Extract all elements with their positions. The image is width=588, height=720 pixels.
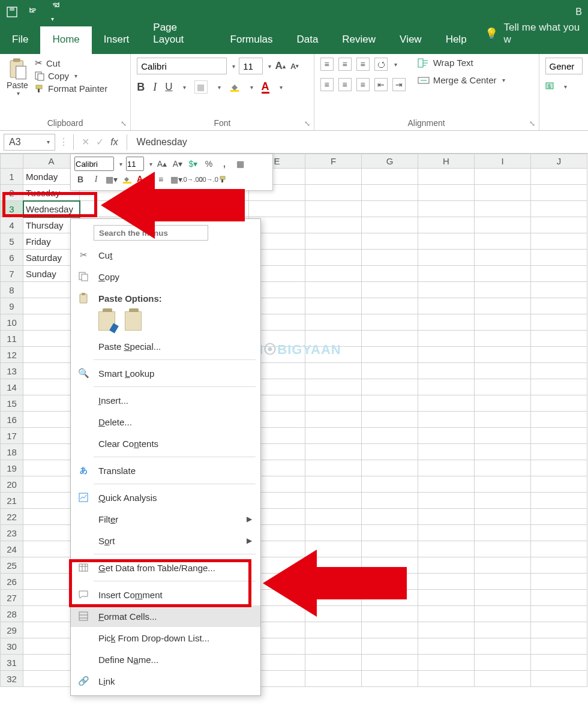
percent-icon[interactable]: % xyxy=(203,158,215,170)
row-header[interactable]: 2 xyxy=(1,185,23,201)
cell[interactable] xyxy=(305,169,362,185)
cell[interactable] xyxy=(418,493,475,509)
cell[interactable] xyxy=(531,233,587,250)
indent-dec-icon[interactable]: ⇤ xyxy=(374,78,388,91)
cell[interactable] xyxy=(531,266,587,282)
row-header[interactable]: 6 xyxy=(1,250,23,266)
tab-formulas[interactable]: Formulas xyxy=(218,26,285,54)
cell[interactable] xyxy=(418,671,475,687)
tab-insert[interactable]: Insert xyxy=(92,26,142,54)
column-header[interactable]: J xyxy=(531,154,587,169)
cell[interactable] xyxy=(418,379,475,395)
cut-button[interactable]: ✂Cut xyxy=(35,58,107,68)
cell[interactable] xyxy=(475,347,531,363)
ctx-filter[interactable]: Filter▶ xyxy=(71,508,260,530)
cell[interactable] xyxy=(531,525,587,541)
cell[interactable] xyxy=(362,395,418,412)
tab-home[interactable]: Home xyxy=(40,26,91,54)
row-header[interactable]: 16 xyxy=(1,412,23,428)
ctx-insert-comment[interactable]: Insert Comment xyxy=(71,584,260,605)
cell[interactable] xyxy=(305,509,362,525)
cell[interactable] xyxy=(305,379,362,395)
cell[interactable] xyxy=(362,444,418,460)
cell[interactable] xyxy=(475,298,531,314)
launcher-icon[interactable]: ⤡ xyxy=(304,119,310,128)
cell[interactable] xyxy=(362,525,418,541)
cell[interactable] xyxy=(531,412,587,428)
cell[interactable] xyxy=(418,525,475,541)
cell[interactable] xyxy=(531,282,587,298)
cell[interactable] xyxy=(305,282,362,298)
row-header[interactable]: 5 xyxy=(1,233,23,250)
tab-page-layout[interactable]: Page Layout xyxy=(141,14,218,54)
merge-icon[interactable]: ▦ xyxy=(234,158,246,170)
row-header[interactable]: 27 xyxy=(1,590,23,606)
column-header[interactable]: H xyxy=(418,154,475,169)
cell[interactable] xyxy=(475,444,531,460)
cell[interactable] xyxy=(305,185,362,201)
ctx-paste-special[interactable]: Paste Special... xyxy=(71,335,260,357)
row-header[interactable]: 14 xyxy=(1,379,23,395)
cell[interactable] xyxy=(362,185,418,201)
ctx-define-name[interactable]: Define Name... xyxy=(71,649,260,670)
row-header[interactable]: 31 xyxy=(1,655,23,671)
row-header[interactable]: 23 xyxy=(1,525,23,541)
mini-font-size[interactable] xyxy=(126,157,144,171)
cell[interactable] xyxy=(305,314,362,331)
row-header[interactable]: 7 xyxy=(1,266,23,282)
row-header[interactable]: 26 xyxy=(1,574,23,590)
comma-icon[interactable]: , xyxy=(218,158,230,170)
cell[interactable] xyxy=(362,671,418,687)
enter-icon[interactable]: ✓ xyxy=(93,136,107,148)
indent-inc-icon[interactable]: ⇥ xyxy=(392,78,406,91)
cell[interactable] xyxy=(418,590,475,606)
cell[interactable] xyxy=(475,460,531,476)
ctx-link[interactable]: 🔗Link xyxy=(71,670,260,692)
cell[interactable] xyxy=(475,606,531,622)
cell[interactable] xyxy=(362,266,418,282)
cell[interactable] xyxy=(362,314,418,331)
cell[interactable] xyxy=(418,217,475,233)
cell[interactable] xyxy=(418,622,475,638)
cell[interactable] xyxy=(418,250,475,266)
font-color-button[interactable]: A xyxy=(262,81,269,94)
cell[interactable] xyxy=(305,671,362,687)
cell[interactable] xyxy=(475,655,531,671)
align-bottom-icon[interactable]: ≡ xyxy=(356,58,370,71)
cell[interactable] xyxy=(362,201,418,217)
row-header[interactable]: 17 xyxy=(1,428,23,444)
cell[interactable] xyxy=(531,671,587,687)
cell[interactable] xyxy=(531,574,587,590)
shrink-font-icon[interactable]: A▾ xyxy=(289,61,300,71)
cell[interactable] xyxy=(475,525,531,541)
cell[interactable] xyxy=(418,444,475,460)
formula-value[interactable]: Wednesday xyxy=(132,137,187,148)
tab-help[interactable]: Help xyxy=(434,26,479,54)
cell[interactable] xyxy=(418,557,475,574)
cell[interactable] xyxy=(475,250,531,266)
cell[interactable] xyxy=(531,428,587,444)
cell[interactable] xyxy=(531,638,587,655)
cancel-icon[interactable]: ✕ xyxy=(79,136,93,148)
cell[interactable] xyxy=(362,363,418,379)
tab-data[interactable]: Data xyxy=(284,26,330,54)
cell[interactable] xyxy=(305,444,362,460)
number-format-select[interactable] xyxy=(545,58,583,74)
ctx-get-data-table[interactable]: Get Data from Table/Range... xyxy=(71,557,260,578)
ctx-quick-analysis[interactable]: Quick Analysis xyxy=(71,487,260,508)
cell[interactable] xyxy=(531,606,587,622)
shrink-font-icon[interactable]: A▾ xyxy=(172,158,184,170)
cell[interactable] xyxy=(305,217,362,233)
cell[interactable] xyxy=(362,331,418,347)
cell[interactable] xyxy=(531,590,587,606)
save-icon[interactable] xyxy=(6,6,18,18)
cell[interactable] xyxy=(362,298,418,314)
italic-button[interactable]: I xyxy=(153,81,157,94)
cell[interactable] xyxy=(475,314,531,331)
row-header[interactable]: 32 xyxy=(1,671,23,687)
undo-icon[interactable] xyxy=(28,6,40,18)
cell[interactable] xyxy=(418,655,475,671)
cell[interactable] xyxy=(531,185,587,201)
cell[interactable] xyxy=(362,169,418,185)
cell[interactable] xyxy=(475,638,531,655)
